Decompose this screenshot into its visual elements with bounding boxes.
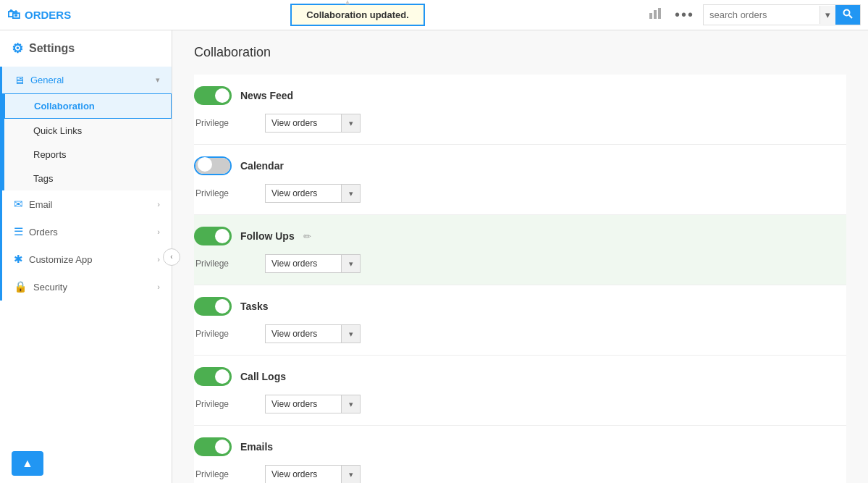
emails-label: Emails xyxy=(240,441,273,453)
sidebar-item-email-label: Email xyxy=(29,199,53,210)
svg-rect-2 xyxy=(658,8,661,19)
lock-icon: 🔒 xyxy=(14,280,28,293)
gear-icon: ⚙ xyxy=(12,41,23,56)
follow-ups-label: Follow Ups xyxy=(240,230,295,242)
sub-item-collaboration[interactable]: Collaboration xyxy=(4,93,172,119)
follow-ups-privilege-select[interactable]: View orders Edit orders Admin xyxy=(266,255,360,272)
sub-item-collaboration-label: Collaboration xyxy=(34,101,95,112)
email-icon: ✉ xyxy=(14,198,23,211)
follow-ups-privilege-label: Privilege xyxy=(195,259,253,269)
calendar-privilege-select[interactable]: View orders Edit orders Admin xyxy=(266,185,360,202)
page-title: Collaboration xyxy=(194,45,846,60)
tasks-privilege-select-wrapper: View orders Edit orders Admin ▾ xyxy=(265,324,361,343)
monitor-icon: 🖥 xyxy=(14,74,25,86)
setting-section-tasks: Tasks Privilege View orders Edit orders … xyxy=(194,285,846,356)
content-area: Collaboration News Feed Privilege View o… xyxy=(172,30,868,483)
news-feed-privilege-row: Privilege View orders Edit orders Admin … xyxy=(194,114,846,133)
calendar-privilege-select-wrapper: View orders Edit orders Admin ▾ xyxy=(265,184,361,203)
emails-privilege-row: Privilege View orders Edit orders Admin … xyxy=(194,465,846,483)
sub-item-quick-links-label: Quick Links xyxy=(33,125,82,136)
sidebar-item-security[interactable]: 🔒 Security › xyxy=(0,273,172,301)
svg-rect-1 xyxy=(654,10,657,19)
sidebar-item-customize-app[interactable]: ✱ Customize App › xyxy=(0,245,172,273)
settings-header: ⚙ Settings xyxy=(0,30,172,67)
sidebar-item-orders[interactable]: ☰ Orders › xyxy=(0,218,172,245)
sub-item-tags-label: Tags xyxy=(33,173,53,184)
more-options-button[interactable]: ••• xyxy=(670,4,699,26)
follow-ups-edit-icon[interactable]: ✏ xyxy=(303,231,311,242)
news-feed-privilege-select-wrapper: View orders Edit orders Admin ▾ xyxy=(265,114,361,133)
bar-chart-icon xyxy=(649,7,662,20)
chevron-down-icon: ▾ xyxy=(156,75,160,85)
topbar: 🛍 ORDERS Collaboration updated. ••• ▾ xyxy=(0,0,868,30)
app-name: ORDERS xyxy=(25,9,71,21)
notification-text: Collaboration updated. xyxy=(306,9,409,20)
orders-icon: ☰ xyxy=(14,225,23,238)
sidebar-item-customize-label: Customize App xyxy=(29,254,92,265)
news-feed-header: News Feed xyxy=(194,86,846,105)
news-feed-label: News Feed xyxy=(240,90,293,101)
sidebar-item-orders-label: Orders xyxy=(29,227,58,238)
sidebar-item-email[interactable]: ✉ Email › xyxy=(0,190,172,218)
call-logs-header: Call Logs xyxy=(194,367,846,386)
sub-item-reports-label: Reports xyxy=(33,149,67,160)
chevron-right-icon: › xyxy=(157,200,160,209)
emails-privilege-select[interactable]: View orders Edit orders Admin xyxy=(266,466,360,483)
tasks-privilege-select[interactable]: View orders Edit orders Admin xyxy=(266,325,360,343)
sidebar-item-general-label: General xyxy=(30,75,150,85)
chevron-right-icon-customize: › xyxy=(157,255,160,264)
news-feed-toggle[interactable] xyxy=(194,86,232,105)
sidebar-item-general[interactable]: 🖥 General ▾ xyxy=(2,67,172,93)
call-logs-privilege-label: Privilege xyxy=(195,399,253,409)
svg-point-3 xyxy=(844,10,850,16)
call-logs-slider xyxy=(194,367,232,386)
tasks-label: Tasks xyxy=(240,301,269,312)
sub-item-quick-links[interactable]: Quick Links xyxy=(4,119,172,143)
news-feed-privilege-label: Privilege xyxy=(195,118,253,128)
settings-container: News Feed Privilege View orders Edit ord… xyxy=(194,75,846,483)
setting-section-calendar: Calendar Privilege View orders Edit orde… xyxy=(194,145,846,215)
setting-section-follow-ups: Follow Ups ✏ Privilege View orders Edit … xyxy=(194,215,846,285)
tasks-privilege-row: Privilege View orders Edit orders Admin … xyxy=(194,324,846,343)
sidebar: ⚙ Settings 🖥 General ▾ Collaboration Qui… xyxy=(0,30,172,483)
sidebar-item-security-label: Security xyxy=(33,282,67,293)
app-logo: 🛍 ORDERS xyxy=(7,7,71,22)
call-logs-privilege-select[interactable]: View orders Edit orders Admin xyxy=(266,395,360,413)
news-feed-privilege-select[interactable]: View orders Edit orders Admin xyxy=(266,114,360,132)
call-logs-label: Call Logs xyxy=(240,371,286,382)
search-dropdown-button[interactable]: ▾ xyxy=(819,6,835,24)
search-input[interactable] xyxy=(704,6,819,24)
emails-privilege-select-wrapper: View orders Edit orders Admin ▾ xyxy=(265,465,361,483)
chevron-right-icon-orders: › xyxy=(157,227,160,236)
main-layout: ⚙ Settings 🖥 General ▾ Collaboration Qui… xyxy=(0,30,868,483)
call-logs-privilege-row: Privilege View orders Edit orders Admin … xyxy=(194,395,846,413)
emails-header: Emails xyxy=(194,437,846,456)
svg-line-4 xyxy=(849,15,852,18)
search-icon xyxy=(843,9,853,19)
collapse-sidebar-button[interactable]: ‹ xyxy=(163,248,180,266)
sub-item-reports[interactable]: Reports xyxy=(4,143,172,167)
bar-chart-button[interactable] xyxy=(644,4,666,26)
tasks-privilege-label: Privilege xyxy=(195,329,253,339)
settings-label: Settings xyxy=(29,42,75,55)
topbar-center: Collaboration updated. xyxy=(78,4,637,26)
calendar-privilege-label: Privilege xyxy=(195,188,253,198)
follow-ups-toggle[interactable] xyxy=(194,227,232,245)
setting-section-emails: Emails Privilege View orders Edit orders… xyxy=(194,426,846,483)
notification-banner: Collaboration updated. xyxy=(290,4,425,26)
calendar-label: Calendar xyxy=(240,160,284,172)
tasks-toggle[interactable] xyxy=(194,297,232,316)
news-feed-slider xyxy=(194,86,232,105)
search-wrapper: ▾ xyxy=(703,4,861,25)
calendar-privilege-row: Privilege View orders Edit orders Admin … xyxy=(194,184,846,203)
setting-section-call-logs: Call Logs Privilege View orders Edit ord… xyxy=(194,356,846,426)
sub-item-tags[interactable]: Tags xyxy=(4,167,172,190)
emails-toggle[interactable] xyxy=(194,437,232,456)
sidebar-section-general: 🖥 General ▾ Collaboration Quick Links Re… xyxy=(0,67,172,190)
calendar-toggle[interactable] xyxy=(194,156,232,175)
search-go-button[interactable] xyxy=(835,5,860,25)
tasks-slider xyxy=(194,297,232,316)
call-logs-toggle[interactable] xyxy=(194,367,232,386)
emails-privilege-label: Privilege xyxy=(195,469,253,479)
scroll-up-button[interactable]: ▲ xyxy=(12,451,43,476)
